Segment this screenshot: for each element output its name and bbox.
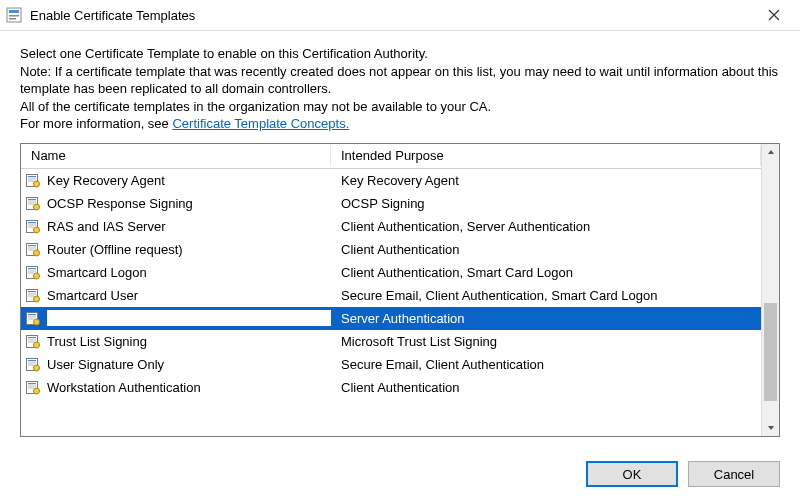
certificate-icon [25,356,41,372]
svg-rect-35 [28,314,36,315]
svg-rect-31 [28,294,36,295]
svg-rect-30 [28,291,36,292]
svg-rect-7 [28,181,34,182]
certificate-icon [25,241,41,257]
svg-rect-10 [28,199,36,200]
svg-point-48 [34,365,40,371]
svg-rect-37 [28,319,34,320]
dialog-window: Enable Certificate Templates Select one … [0,0,800,501]
cancel-button[interactable]: Cancel [688,461,780,487]
certificate-icon [25,310,41,326]
svg-rect-15 [28,222,36,223]
template-name: User Signature Only [47,357,331,372]
svg-rect-42 [28,342,34,343]
more-info-link[interactable]: Certificate Template Concepts. [172,116,349,131]
template-purpose: Client Authentication, Server Authentica… [331,219,761,234]
svg-rect-16 [28,225,36,226]
template-name: Router (Offline request) [47,242,331,257]
app-icon [6,7,22,23]
template-purpose: Key Recovery Agent [331,173,761,188]
svg-point-28 [34,273,40,279]
close-button[interactable] [754,1,794,29]
table-row[interactable]: Trust List SigningMicrosoft Trust List S… [21,330,761,353]
instruction-line: Note: If a certificate template that was… [20,63,780,98]
template-purpose: Client Authentication [331,242,761,257]
svg-point-33 [34,296,40,302]
template-purpose: Client Authentication, Smart Card Logon [331,265,761,280]
ok-button[interactable]: OK [586,461,678,487]
template-name: Workstation Authentication [47,380,331,395]
table-row[interactable]: Workstation AuthenticationClient Authent… [21,376,761,399]
column-header-name[interactable]: Name [21,145,331,166]
svg-rect-20 [28,245,36,246]
certificate-icon [25,333,41,349]
scroll-up-arrow[interactable] [762,144,779,161]
instruction-line: Select one Certificate Template to enabl… [20,45,780,63]
template-name: Smartcard User [47,288,331,303]
table-row[interactable]: Server Authentication [21,307,761,330]
svg-rect-2 [9,15,19,17]
scroll-track[interactable] [762,161,779,419]
column-headers[interactable]: Name Intended Purpose [21,144,761,169]
more-info: For more information, see Certificate Te… [20,115,780,133]
template-purpose: Secure Email, Client Authentication [331,357,761,372]
template-purpose: Microsoft Trust List Signing [331,334,761,349]
template-purpose: OCSP Signing [331,196,761,211]
svg-rect-26 [28,271,36,272]
template-purpose: Server Authentication [331,311,761,326]
certificate-icon [25,195,41,211]
svg-rect-11 [28,202,36,203]
certificate-icon [25,264,41,280]
certificate-icon [25,287,41,303]
svg-rect-46 [28,363,36,364]
template-name: OCSP Response Signing [47,196,331,211]
svg-rect-32 [28,296,34,297]
svg-rect-40 [28,337,36,338]
svg-point-8 [34,181,40,187]
svg-rect-36 [28,317,36,318]
table-row[interactable]: Router (Offline request)Client Authentic… [21,238,761,261]
table-row[interactable]: OCSP Response SigningOCSP Signing [21,192,761,215]
template-name: Key Recovery Agent [47,173,331,188]
table-row[interactable]: Smartcard UserSecure Email, Client Authe… [21,284,761,307]
template-list[interactable]: Name Intended Purpose Key Recovery Agent… [20,143,780,437]
table-row[interactable]: User Signature OnlySecure Email, Client … [21,353,761,376]
svg-rect-3 [9,18,16,20]
instructions: Select one Certificate Template to enabl… [20,45,780,133]
svg-rect-51 [28,386,36,387]
svg-rect-41 [28,340,36,341]
svg-rect-6 [28,179,36,180]
template-purpose: Secure Email, Client Authentication, Sma… [331,288,761,303]
certificate-icon [25,379,41,395]
svg-rect-47 [28,365,34,366]
svg-rect-17 [28,227,34,228]
svg-rect-50 [28,383,36,384]
svg-rect-21 [28,248,36,249]
svg-point-13 [34,204,40,210]
template-name: RAS and IAS Server [47,219,331,234]
table-row[interactable]: RAS and IAS ServerClient Authentication,… [21,215,761,238]
svg-point-53 [34,388,40,394]
more-info-prefix: For more information, see [20,116,172,131]
svg-rect-45 [28,360,36,361]
svg-point-43 [34,342,40,348]
template-purpose: Client Authentication [331,380,761,395]
svg-point-23 [34,250,40,256]
table-row[interactable]: Key Recovery AgentKey Recovery Agent [21,169,761,192]
template-name: Trust List Signing [47,334,331,349]
svg-rect-5 [28,176,36,177]
scroll-down-arrow[interactable] [762,419,779,436]
table-row[interactable]: Smartcard LogonClient Authentication, Sm… [21,261,761,284]
instruction-line: All of the certificate templates in the … [20,98,780,116]
dialog-body: Select one Certificate Template to enabl… [0,31,800,447]
template-name: Smartcard Logon [47,265,331,280]
svg-rect-1 [9,10,19,13]
scroll-thumb[interactable] [764,303,777,401]
svg-point-38 [34,319,40,325]
titlebar: Enable Certificate Templates [0,0,800,31]
vertical-scrollbar[interactable] [761,144,779,436]
svg-rect-52 [28,388,34,389]
svg-rect-25 [28,268,36,269]
svg-rect-27 [28,273,34,274]
column-header-purpose[interactable]: Intended Purpose [331,145,761,166]
